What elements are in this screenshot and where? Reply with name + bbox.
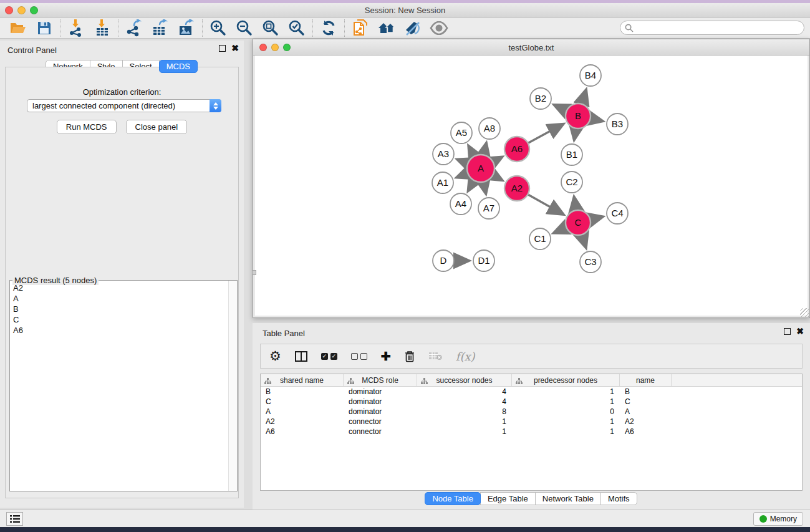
graph-node-A4[interactable]: A4 (450, 193, 471, 215)
float-table-panel-icon[interactable] (784, 328, 791, 335)
result-item[interactable]: A (11, 293, 228, 304)
cell-shared-name: A (261, 407, 344, 416)
window-edge-grip[interactable] (252, 270, 256, 275)
close-panel-icon[interactable]: ✖ (231, 45, 239, 52)
table-panel: Table Panel ✖ ⚙ ✓✓ ✚ f(x) (253, 323, 810, 510)
column-header-MCDS-role[interactable]: MCDS role (344, 374, 417, 386)
select-all-columns-icon[interactable]: ✓✓ (321, 353, 337, 360)
svg-text:A5: A5 (456, 127, 467, 138)
table-row[interactable]: Cdominator41C (261, 397, 802, 407)
graph-node-D1[interactable]: D1 (473, 250, 494, 271)
graph-node-B4[interactable]: B4 (580, 65, 601, 86)
graph-node-C1[interactable]: C1 (529, 228, 551, 249)
network-window-title: testGlobe.txt (253, 43, 809, 52)
table-row[interactable]: A2connector11A2 (261, 417, 802, 427)
search-field[interactable] (620, 21, 804, 35)
graph-node-B1[interactable]: B1 (561, 144, 582, 165)
tab-node-table[interactable]: Node Table (425, 492, 481, 505)
close-table-panel-icon[interactable]: ✖ (796, 328, 804, 335)
gear-icon[interactable]: ⚙ (269, 350, 281, 362)
svg-text:C: C (575, 217, 582, 228)
main-titlebar: Session: New Session (0, 3, 810, 17)
graph-node-A3[interactable]: A3 (433, 143, 454, 165)
graph-node-A5[interactable]: A5 (451, 122, 472, 143)
create-column-icon[interactable]: ✚ (381, 349, 391, 364)
graph-node-C4[interactable]: C4 (607, 203, 628, 224)
tab-motifs[interactable]: Motifs (600, 492, 637, 505)
window-resize-grip[interactable] (800, 308, 809, 317)
result-item[interactable]: B (11, 304, 228, 314)
zoom-selected-icon[interactable] (286, 19, 307, 37)
graph-edge-C-C2[interactable] (574, 198, 576, 212)
graph-edge-A2-C[interactable] (527, 194, 563, 214)
column-header-shared-name[interactable]: shared name (261, 374, 344, 386)
graph-node-A8[interactable]: A8 (479, 118, 500, 139)
search-input[interactable] (634, 22, 804, 34)
close-panel-button[interactable]: Close panel (126, 120, 188, 134)
result-scrollbar[interactable] (228, 281, 237, 491)
delete-table-icon[interactable] (428, 352, 442, 360)
zoom-fit-icon[interactable] (260, 19, 281, 37)
tab-network-table[interactable]: Network Table (535, 492, 601, 505)
zoom-out-icon[interactable] (234, 19, 255, 37)
graph-node-A6[interactable]: A6 (504, 137, 529, 162)
graph-node-B3[interactable]: B3 (607, 114, 628, 135)
graph-node-A7[interactable]: A7 (478, 198, 499, 219)
tab-mcds[interactable]: MCDS (159, 60, 198, 73)
column-header-predecessor-nodes[interactable]: predecessor nodes (512, 374, 620, 386)
unselect-all-columns-icon[interactable] (351, 353, 367, 360)
result-item[interactable]: A2 (11, 283, 228, 293)
table-row[interactable]: Adominator80A (261, 407, 802, 417)
tab-edge-table[interactable]: Edge Table (480, 492, 536, 505)
table-header-row: shared nameMCDS rolesuccessor nodesprede… (261, 374, 802, 387)
graph-node-C[interactable]: C (566, 210, 591, 235)
open-session-icon[interactable] (7, 19, 29, 37)
control-panel-title: Control Panel (7, 46, 57, 55)
result-item[interactable]: A6 (11, 325, 228, 336)
node-table: shared nameMCDS rolesuccessor nodesprede… (260, 374, 803, 491)
column-header-name[interactable]: name (620, 374, 672, 386)
export-network-icon[interactable] (123, 19, 145, 37)
first-neighbors-icon[interactable] (376, 19, 397, 37)
graph-node-C2[interactable]: C2 (561, 172, 582, 193)
export-table-icon[interactable] (150, 19, 171, 37)
result-item[interactable]: C (11, 314, 228, 325)
graph-edge-B-B2[interactable] (555, 105, 568, 112)
apply-layout-icon[interactable] (318, 19, 339, 37)
graph-node-A2[interactable]: A2 (504, 176, 529, 201)
graph-node-B2[interactable]: B2 (530, 88, 551, 109)
optimization-criterion-dropdown[interactable]: largest connected component (directed) (27, 99, 221, 112)
export-image-icon[interactable] (176, 19, 197, 37)
float-panel-icon[interactable] (219, 45, 226, 52)
function-builder-icon[interactable]: f(x) (456, 350, 475, 363)
graph-node-B[interactable]: B (566, 104, 591, 128)
split-view-icon[interactable] (295, 351, 307, 362)
graph-edge-B-B4[interactable] (581, 90, 586, 105)
hide-selected-icon[interactable] (402, 19, 423, 37)
cell-MCDS-role: dominator (344, 397, 417, 406)
delete-column-icon[interactable] (405, 351, 415, 362)
graph-node-D[interactable]: D (433, 250, 454, 271)
toolbar-separator (202, 19, 203, 37)
graph-edge-C-C4[interactable] (589, 217, 602, 220)
network-canvas[interactable]: B4B2BB3A8A5A6B1A3AA1C2A2A4A7C4CC1C3DD1 (255, 56, 808, 316)
show-all-icon[interactable] (428, 19, 450, 37)
graph-edge-C-C3[interactable] (581, 233, 586, 247)
import-network-icon[interactable] (65, 19, 87, 37)
svg-text:A2: A2 (511, 183, 523, 193)
graph-edge-C-C1[interactable] (554, 227, 567, 233)
save-session-icon[interactable] (34, 19, 55, 37)
table-row[interactable]: A6connector11A6 (261, 427, 802, 437)
run-mcds-button[interactable]: Run MCDS (57, 120, 117, 134)
task-history-button[interactable] (6, 512, 23, 526)
graph-node-C3[interactable]: C3 (580, 251, 601, 273)
zoom-in-icon[interactable] (208, 19, 229, 37)
table-row[interactable]: Bdominator41B (261, 387, 802, 397)
graph-node-A1[interactable]: A1 (432, 172, 453, 193)
memory-button[interactable]: Memory (753, 512, 803, 526)
column-header-successor-nodes[interactable]: successor nodes (417, 374, 512, 386)
graph-node-A[interactable]: A (467, 155, 494, 182)
new-network-icon[interactable] (350, 19, 371, 37)
import-table-icon[interactable] (92, 19, 113, 37)
graph-edge-A6-B[interactable] (527, 124, 563, 143)
